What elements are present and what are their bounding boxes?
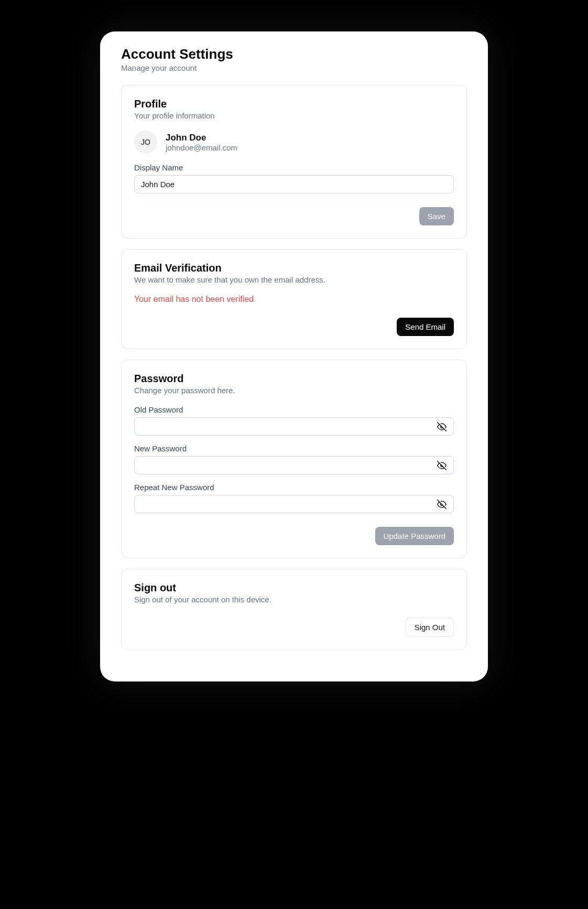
eye-off-icon	[437, 500, 447, 509]
old-password-input[interactable]	[134, 417, 454, 436]
save-button[interactable]: Save	[419, 207, 454, 225]
send-email-button[interactable]: Send Email	[397, 318, 454, 336]
toggle-new-password-visibility[interactable]	[435, 459, 449, 472]
profile-email: johndoe@email.com	[166, 143, 237, 152]
repeat-password-input[interactable]	[134, 495, 454, 513]
password-card: Password Change your password here. Old …	[121, 360, 467, 558]
old-password-label: Old Password	[134, 405, 454, 414]
profile-card: Profile Your profile information JO John…	[121, 85, 467, 239]
eye-off-icon	[437, 461, 447, 470]
profile-card-subtitle: Your profile information	[134, 111, 454, 120]
toggle-old-password-visibility[interactable]	[435, 420, 449, 434]
display-name-input[interactable]	[134, 175, 454, 193]
email-card-title: Email Verification	[134, 262, 454, 274]
page-title: Account Settings	[121, 46, 467, 62]
signout-card-subtitle: Sign out of your account on this device.	[134, 595, 454, 604]
eye-off-icon	[437, 422, 447, 431]
signout-button[interactable]: Sign Out	[406, 618, 454, 637]
email-card-subtitle: We want to make sure that you own the em…	[134, 275, 454, 284]
profile-card-title: Profile	[134, 98, 454, 110]
toggle-repeat-password-visibility[interactable]	[435, 497, 449, 511]
new-password-label: New Password	[134, 444, 454, 453]
repeat-password-label: Repeat New Password	[134, 483, 454, 492]
password-card-title: Password	[134, 373, 454, 385]
profile-row: JO John Doe johndoe@email.com	[134, 131, 454, 154]
profile-name: John Doe	[166, 133, 237, 143]
email-verify-status: Your email has not been verified	[134, 295, 454, 304]
update-password-button[interactable]: Update Password	[375, 527, 454, 545]
signout-card: Sign out Sign out of your account on thi…	[121, 569, 467, 650]
email-verification-card: Email Verification We want to make sure …	[121, 249, 467, 349]
settings-window: Account Settings Manage your account Pro…	[100, 31, 488, 681]
avatar: JO	[134, 131, 157, 154]
password-card-subtitle: Change your password here.	[134, 386, 454, 395]
page-subtitle: Manage your account	[121, 63, 467, 72]
signout-card-title: Sign out	[134, 582, 454, 594]
display-name-label: Display Name	[134, 163, 454, 172]
new-password-input[interactable]	[134, 456, 454, 474]
